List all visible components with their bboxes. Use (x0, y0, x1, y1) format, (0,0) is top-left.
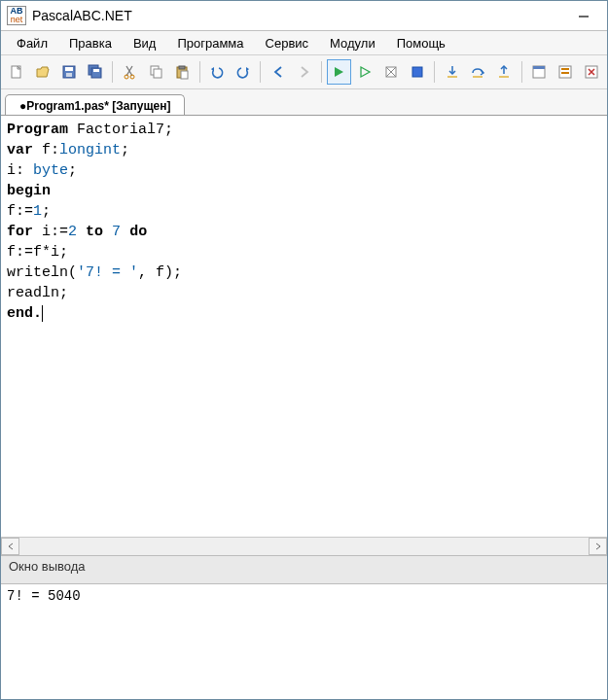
code-editor[interactable]: Program Factorial7; var f:longint; i: by… (1, 115, 607, 537)
menu-view[interactable]: Вид (124, 33, 166, 53)
titlebar: ABnet PascalABC.NET (1, 1, 607, 31)
menu-program[interactable]: Программа (167, 33, 253, 53)
output-text: 7! = 5040 (7, 588, 81, 604)
nav-forward-icon[interactable] (292, 59, 316, 85)
scroll-track[interactable] (19, 539, 589, 554)
redo-icon[interactable] (232, 59, 256, 85)
module-icon[interactable] (553, 59, 577, 85)
window-title: PascalABC.NET (32, 8, 560, 23)
open-file-icon[interactable] (31, 59, 55, 85)
editor-tab[interactable]: ●Program1.pas* [Запущен] (5, 94, 185, 116)
menu-modules[interactable]: Модули (320, 33, 385, 53)
separator (260, 61, 261, 83)
minimize-button[interactable] (566, 5, 601, 26)
menu-service[interactable]: Сервис (256, 33, 319, 53)
scroll-left-icon[interactable] (1, 538, 19, 555)
cut-icon[interactable] (118, 59, 142, 85)
tabbar: ●Program1.pas* [Запущен] (1, 89, 607, 115)
run-no-debug-icon[interactable] (353, 59, 377, 85)
separator (321, 61, 322, 83)
horizontal-scrollbar[interactable] (1, 537, 607, 555)
code-content: Program Factorial7; var f:longint; i: by… (1, 116, 607, 328)
menu-edit[interactable]: Правка (59, 33, 122, 53)
save-icon[interactable] (57, 59, 82, 85)
new-file-icon[interactable] (5, 59, 29, 85)
menubar: Файл Правка Вид Программа Сервис Модули … (1, 31, 607, 55)
scroll-right-icon[interactable] (589, 538, 607, 555)
text-caret (42, 305, 52, 322)
app-window: ABnet PascalABC.NET Файл Правка Вид Прог… (0, 0, 608, 700)
svg-rect-18 (473, 76, 483, 78)
run-icon[interactable] (327, 59, 351, 85)
menu-file[interactable]: Файл (7, 33, 57, 53)
svg-rect-17 (447, 76, 457, 78)
app-icon: ABnet (7, 6, 26, 25)
undo-icon[interactable] (205, 59, 230, 85)
output-panel-header[interactable]: Окно вывода (1, 555, 607, 584)
svg-rect-13 (179, 66, 185, 69)
step-over-icon[interactable] (466, 59, 490, 85)
separator (199, 61, 200, 83)
svg-rect-7 (93, 69, 99, 72)
separator (434, 61, 435, 83)
svg-rect-21 (533, 66, 545, 69)
output-panel[interactable]: 7! = 5040 (1, 584, 607, 699)
stop-icon[interactable] (405, 59, 429, 85)
svg-rect-24 (561, 72, 569, 74)
exe-icon[interactable] (579, 59, 603, 85)
form-designer-icon[interactable] (527, 59, 552, 85)
separator (112, 61, 113, 83)
svg-rect-16 (412, 67, 422, 77)
svg-rect-14 (181, 71, 188, 79)
step-into-icon[interactable] (440, 59, 464, 85)
save-all-icon[interactable] (83, 59, 107, 85)
svg-rect-19 (499, 76, 509, 78)
svg-rect-23 (561, 68, 569, 70)
paste-icon[interactable] (170, 59, 195, 85)
svg-rect-3 (65, 67, 73, 71)
toolbar (1, 55, 607, 89)
separator (521, 61, 522, 83)
compile-icon[interactable] (379, 59, 404, 85)
nav-back-icon[interactable] (266, 59, 290, 85)
menu-help[interactable]: Помощь (387, 33, 455, 53)
step-out-icon[interactable] (492, 59, 517, 85)
svg-rect-4 (66, 73, 72, 77)
copy-icon[interactable] (144, 59, 168, 85)
svg-rect-11 (154, 69, 161, 78)
